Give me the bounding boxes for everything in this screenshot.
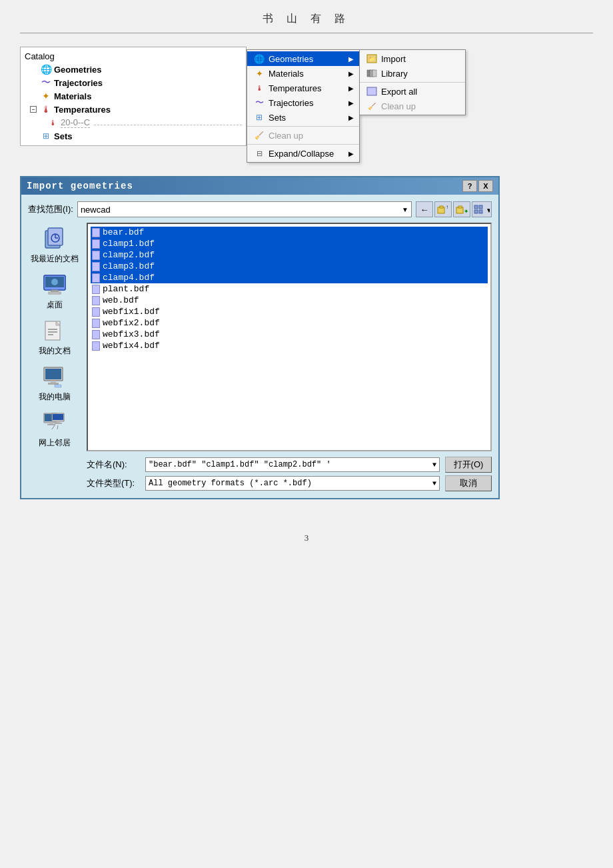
file-icon-clamp3 [92,262,100,271]
file-item-webfix2[interactable]: webfix2.bdf [91,317,488,329]
nav-computer-label: 我的电脑 [39,391,71,403]
filename-input[interactable]: "bear.bdf" "clamp1.bdf" "clamp2.bdf" ' ▼ [145,457,440,472]
file-item-webfix4[interactable]: webfix4.bdf [91,340,488,351]
menu-item-materials[interactable]: ✦ Materials ▶ [247,66,359,81]
filename-label: 文件名(N): [87,459,140,471]
svg-rect-5 [367,87,376,95]
tree-item-geometries[interactable]: 🌐 Geometries [21,63,246,76]
open-btn[interactable]: 打开(O) [445,457,492,473]
svg-rect-37 [55,385,61,387]
menu-separator-1 [247,126,359,127]
submenu-item-library[interactable]: Library [360,66,465,81]
file-item-web[interactable]: web.bdf [91,295,488,306]
main-context-menu: 🌐 Geometries ▶ ✦ Materials ▶ 🌡 Temperatu… [247,49,360,163]
header-title: 书 山 有 路 [263,13,350,24]
menu-item-geometries[interactable]: 🌐 Geometries ▶ [247,51,359,66]
filetype-input[interactable]: All geometry formats (*.arc *.bdf) ▼ [145,476,440,491]
menu-geo-icon: 🌐 [253,53,266,64]
nav-computer[interactable]: 我的电脑 [31,363,79,403]
file-item-clamp4[interactable]: clamp4.bdf [91,272,488,283]
back-btn[interactable]: ← [416,201,433,217]
up-folder-btn[interactable]: ↑ [434,201,452,217]
filetype-dropdown-arrow: ▼ [432,480,436,487]
file-name-clamp1: clamp1.bdf [103,239,155,249]
nav-desktop[interactable]: 桌面 [31,271,79,311]
cancel-btn[interactable]: 取消 [445,475,492,491]
tree-label-sets: Sets [54,131,72,141]
nav-network[interactable]: 网上邻居 [31,409,79,449]
menu-traj-icon: 〜 [253,97,266,108]
context-menus-area: 🌐 Geometries ▶ ✦ Materials ▶ 🌡 Temperatu… [247,49,466,163]
tree-label-materials: Materials [54,91,91,101]
submenu-cleanup-icon: 🧹 [365,101,378,111]
nav-recent[interactable]: 我最近的文档 [31,225,79,265]
tree-item-sets[interactable]: ⊞ Sets [21,129,246,143]
nav-documents-label: 我的文档 [39,345,71,357]
file-icon-clamp4 [92,273,100,283]
geo-arrow-icon: ▶ [348,55,354,63]
file-list-area: bear.bdf clamp1.bdf clamp2.bdf clamp3.bd… [87,223,492,451]
footer-filename-row: 文件名(N): "bear.bdf" "clamp1.bdf" "clamp2.… [87,457,492,473]
file-name-clamp2: clamp2.bdf [103,250,155,260]
menu-item-cleanup[interactable]: 🧹 Clean up [247,128,359,143]
catalog-panel: Catalog 🌐 Geometries 〜 Trajectories ✦ Ma… [20,47,247,146]
dialog-close-btn[interactable]: X [478,180,493,192]
file-item-clamp3[interactable]: clamp3.bdf [91,261,488,272]
file-item-clamp2[interactable]: clamp2.bdf [91,249,488,261]
submenu-export-icon [365,86,378,97]
file-item-plant[interactable]: plant.bdf [91,283,488,295]
traj-icon: 〜 [41,77,51,88]
file-icon-web [92,296,100,305]
file-item-clamp1[interactable]: clamp1.bdf [91,238,488,249]
recent-icon [41,225,68,252]
svg-rect-36 [48,383,59,385]
nav-network-label: 网上邻居 [39,437,71,449]
svg-rect-7 [440,206,443,208]
page-header: 书 山 有 路 [20,0,593,33]
file-item-webfix3[interactable]: webfix3.bdf [91,329,488,340]
path-dropdown[interactable]: newcad ▼ [77,201,412,217]
submenu-item-export[interactable]: Export all [360,84,465,99]
svg-rect-43 [53,414,63,420]
submenu-import-label: Import [381,54,406,64]
tree-item-temperatures[interactable]: − 🌡 Temperatures [21,103,246,116]
file-name-webfix2: webfix2.bdf [103,318,160,328]
menu-expand-icon: ⊟ [253,148,266,159]
sets-arrow-icon: ▶ [348,114,354,121]
tree-item-trajectories[interactable]: 〜 Trajectories [21,76,246,89]
menu-item-temperatures[interactable]: 🌡 Temperatures ▶ [247,81,359,95]
file-icon-clamp1 [92,239,100,249]
menu-traj-label: Trajectories [269,98,313,108]
expand-btn-temperatures[interactable]: − [30,106,37,113]
filetype-value: All geometry formats (*.arc *.bdf) [149,479,312,488]
file-name-clamp4: clamp4.bdf [103,273,155,283]
file-icon-clamp2 [92,251,100,260]
dialog-help-btn[interactable]: ? [462,180,477,192]
tree-label-temperatures: Temperatures [54,105,111,115]
svg-rect-14 [474,210,478,213]
menu-item-sets[interactable]: ⊞ Sets ▶ [247,110,359,125]
file-item-bear[interactable]: bear.bdf [91,227,488,238]
tree-item-temp-sub[interactable]: 🌡 20-0--C [21,116,246,129]
svg-rect-25 [49,292,61,294]
menu-item-expand[interactable]: ⊟ Expand/Collapse ▶ [247,146,359,161]
menu-item-trajectories[interactable]: 〜 Trajectories ▶ [247,95,359,110]
submenu-separator [360,82,465,83]
menu-temp-label: Temperatures [269,83,321,93]
dialog-sidebar: 我最近的文档 [28,223,81,451]
file-name-webfix4: webfix4.bdf [103,341,160,351]
menu-geo-label: Geometries [269,54,313,64]
new-folder-btn[interactable]: ✦ [453,201,470,217]
views-btn[interactable]: ▼ [472,201,492,217]
network-icon [41,409,68,436]
menu-cleanup-label: Clean up [269,131,303,141]
menu-sets-icon: ⊞ [253,112,266,123]
file-item-webfix1[interactable]: webfix1.bdf [91,306,488,317]
dialog-content: 查找范围(I): newcad ▼ ← ↑ [21,195,498,498]
nav-documents[interactable]: 我的文档 [31,317,79,357]
tree-item-materials[interactable]: ✦ Materials [21,89,246,103]
submenu-item-import[interactable]: 📁 Import [360,51,465,66]
submenu-item-cleanup[interactable]: 🧹 Clean up [360,99,465,113]
svg-text:✦: ✦ [464,208,468,215]
footer-filetype-row: 文件类型(T): All geometry formats (*.arc *.b… [87,475,492,491]
